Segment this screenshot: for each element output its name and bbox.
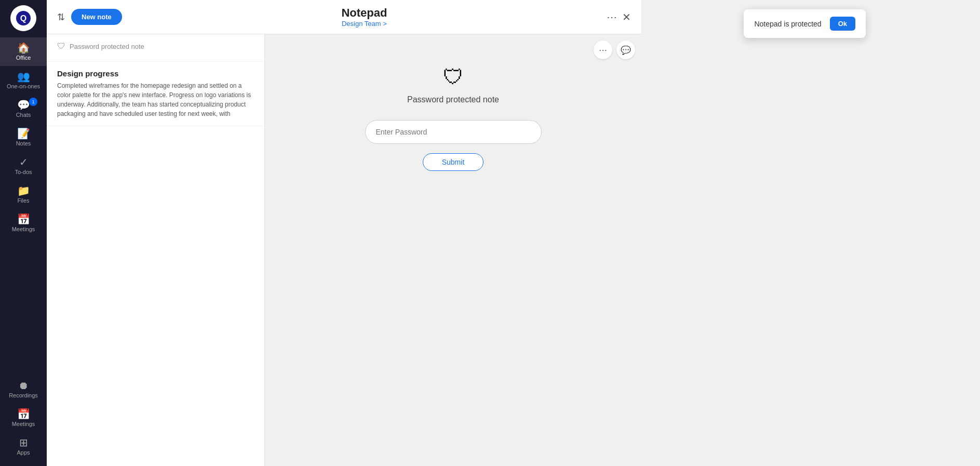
notepad-subtitle[interactable]: Design Team > (342, 20, 387, 28)
pane-more-button[interactable]: ⋯ (594, 41, 612, 59)
chats-badge: 1 (29, 98, 37, 106)
recordings-icon: ⏺ (18, 380, 29, 391)
files-icon: 📁 (17, 185, 30, 196)
notes-icon: 📝 (17, 128, 30, 139)
meetings-bottom-icon: 📅 (17, 409, 30, 419)
sidebar-item-label: To-dos (15, 169, 32, 175)
sidebar-item-label: Apps (17, 449, 30, 456)
password-pane: ⋯ 💬 🛡 Password protected note Submit (265, 34, 641, 466)
sidebar-item-recordings[interactable]: ⏺ Recordings (0, 375, 47, 404)
toast-message: Notepad is protected (754, 20, 821, 28)
sidebar-item-label: Meetings (12, 226, 35, 232)
password-pane-header: ⋯ 💬 (587, 34, 641, 65)
svg-text:Q: Q (20, 14, 26, 23)
note-list-item-protected[interactable]: 🛡 Password protected note (47, 34, 264, 62)
notepad-header-actions: ⋯ ✕ (607, 11, 631, 23)
toast-ok-button[interactable]: Ok (830, 17, 855, 31)
sort-button[interactable]: ⇅ (57, 11, 65, 23)
notepad-close-button[interactable]: ✕ (622, 11, 631, 23)
notepad-title-area: Notepad Design Team > (128, 6, 600, 28)
sidebar-item-one-on-ones[interactable]: 👥 One-on-ones (0, 66, 47, 95)
new-note-button[interactable]: New note (71, 9, 122, 25)
sidebar-item-notes[interactable]: 📝 Notes (0, 123, 47, 152)
notepad-body: 🛡 Password protected note Design progres… (47, 34, 641, 466)
pane-chat-button[interactable]: 💬 (616, 41, 635, 59)
note-list-pane: 🛡 Password protected note Design progres… (47, 34, 265, 466)
sidebar-item-label: Recordings (9, 392, 38, 398)
password-pane-label: Password protected note (407, 95, 499, 104)
sidebar-item-apps[interactable]: ⊞ Apps (0, 432, 47, 461)
sidebar-item-label: Notes (16, 140, 31, 147)
notepad-header: ⇅ New note Notepad Design Team > ⋯ ✕ (47, 0, 641, 34)
sidebar-item-meetings[interactable]: 📅 Meetings (0, 209, 47, 237)
apps-icon: ⊞ (19, 437, 28, 448)
meetings-icon: 📅 (17, 214, 30, 224)
one-on-ones-icon: 👥 (17, 71, 30, 82)
sidebar-item-chats[interactable]: 1 💬 Chats (0, 95, 47, 123)
note-list-item-design-progress[interactable]: Design progress Completed wireframes for… (47, 62, 264, 126)
notepad-more-button[interactable]: ⋯ (607, 11, 617, 23)
sidebar: Q 🏠 Office 👥 One-on-ones 1 💬 Chats 📝 Not… (0, 0, 47, 466)
password-shield-icon: 🛡 (443, 65, 464, 89)
sidebar-item-files[interactable]: 📁 Files (0, 180, 47, 209)
app-logo: Q (10, 5, 36, 31)
sidebar-item-todos[interactable]: ✓ To-dos (0, 152, 47, 180)
sidebar-item-label: Chats (16, 112, 31, 118)
sidebar-item-label: Files (17, 197, 29, 204)
chats-icon: 💬 (17, 100, 30, 110)
password-input[interactable] (365, 120, 542, 144)
sidebar-item-label: Office (16, 55, 31, 61)
office-icon: 🏠 (17, 43, 30, 53)
submit-button[interactable]: Submit (423, 153, 484, 171)
shield-icon: 🛡 (57, 42, 65, 51)
sidebar-item-office[interactable]: 🏠 Office (0, 37, 47, 66)
note-list-title: Password protected note (70, 43, 144, 50)
toast-notification: Notepad is protected Ok (744, 9, 866, 38)
note-list-item-header: 🛡 Password protected note (57, 42, 254, 51)
sidebar-item-meetings-bottom[interactable]: 📅 Meetings (0, 404, 47, 432)
note-content-title: Design progress (57, 69, 254, 78)
sidebar-item-label: One-on-ones (7, 83, 40, 89)
todos-icon: ✓ (19, 157, 28, 167)
note-content-body: Completed wireframes for the homepage re… (57, 81, 254, 118)
notepad-title: Notepad (341, 6, 387, 20)
sidebar-item-label: Meetings (12, 421, 35, 427)
main-area: Res... HR HR Per... 📂 Mark... Des... (47, 0, 980, 466)
notepad-modal: ⇅ New note Notepad Design Team > ⋯ ✕ 🛡 P… (47, 0, 641, 466)
